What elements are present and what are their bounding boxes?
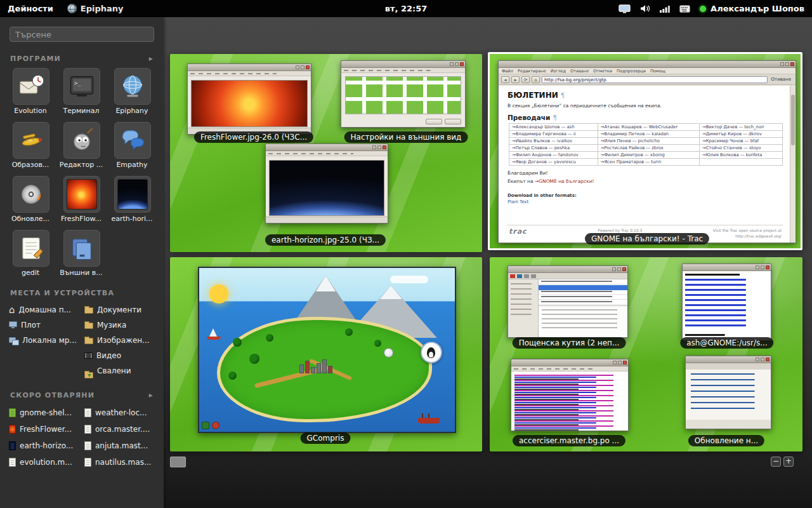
translator-cell: →Виктор Дачев — tech_noir <box>700 124 783 131</box>
app-item-gedit[interactable]: gedit <box>6 230 56 277</box>
browser-toolbar: ◂ ▸ ⟳ ⌂ http://fsa-bg.org/project/gtp От… <box>499 74 796 85</box>
gcompris-window[interactable] <box>198 267 456 433</box>
earth-image-canvas <box>269 160 384 216</box>
window-label: earth-horizon.jpg-25.0 (ЧЗ... <box>265 234 386 246</box>
translator-cell: →Явор Доганов — yavorescu <box>509 159 598 166</box>
app-item-terminal[interactable]: >_ Терминал <box>56 68 107 115</box>
place-item-documents[interactable]: Документи <box>82 302 157 318</box>
user-name: Александър Шопов <box>710 4 804 13</box>
back-icon <box>202 422 209 429</box>
app-item-freshflower[interactable]: FreshFlow... <box>56 176 107 223</box>
app-item-epiphany[interactable]: Epiphany <box>107 68 158 115</box>
programs-section-header: ПРОГРАМИ ▸ <box>10 54 154 63</box>
app-label: Терминал <box>56 107 106 115</box>
app-item-gcompris[interactable]: Образов... <box>6 122 56 169</box>
translator-cell: →Юлия Волкова — konfeta <box>700 152 783 159</box>
workspace-2-active[interactable]: Файл Редактиране Изглед Отиване Отметки … <box>488 52 802 250</box>
place-item-pictures[interactable]: Изображен... <box>82 333 157 348</box>
translator-cell: →Ивайло Вълков — ivalkov <box>509 138 598 145</box>
update-manager-window[interactable] <box>685 356 771 429</box>
footer-visit: Visit the Trac open source project at <box>713 228 782 232</box>
menu-tabs: Подпрозорци <box>617 69 646 74</box>
programs-expand-icon[interactable]: ▸ <box>149 54 154 63</box>
app-label: Epiphany <box>107 107 157 115</box>
tab-strip <box>341 68 465 73</box>
app-item-software-update[interactable]: Обновле... <box>6 176 56 223</box>
city-buildings <box>299 359 332 373</box>
place-item-desktop[interactable]: Плот <box>6 318 82 333</box>
epiphany-globe-icon <box>114 68 151 105</box>
recent-label: gnome-shel... <box>20 408 72 417</box>
cargo-ship <box>418 418 440 424</box>
app-item-evolution[interactable]: Evolution <box>6 68 56 115</box>
place-item-video[interactable]: Видео <box>82 348 157 363</box>
volume-icon[interactable] <box>640 4 650 13</box>
recent-item[interactable]: anjuta.mast... <box>82 438 157 454</box>
place-item-music[interactable]: Музика <box>82 318 157 333</box>
gedit-po-window[interactable] <box>511 359 629 431</box>
translator-cell: →Димитър Киров — dkirov <box>700 131 783 138</box>
menu-bookmarks: Отметки <box>593 69 612 74</box>
appearance-settings-window[interactable] <box>341 60 466 128</box>
dialog-buttons <box>426 119 461 124</box>
search-input[interactable] <box>10 27 154 42</box>
top-bar: Дейности Epiphany вт, 22:57 Александър Ш… <box>0 0 812 17</box>
close-icon <box>790 62 794 66</box>
app-menu[interactable]: Epiphany <box>61 0 130 17</box>
activities-button[interactable]: Дейности <box>0 0 61 17</box>
add-workspace-button[interactable]: + <box>783 457 794 467</box>
gnome-shell-overview: Дейности Epiphany вт, 22:57 Александър Ш… <box>0 0 812 508</box>
close-icon <box>622 267 626 271</box>
workspace-switcher-thumb[interactable] <box>170 457 186 467</box>
remove-workspace-button[interactable]: − <box>771 457 781 467</box>
recent-item[interactable]: evolution.m... <box>6 454 82 471</box>
workspace-4[interactable]: Пощенска кутия (2 неп... ash@GNOME:/usr/… <box>490 257 802 451</box>
terminal-icon: >_ <box>63 68 100 105</box>
window-titlebar <box>499 61 796 68</box>
recent-item[interactable]: gnome-shel... <box>6 404 82 421</box>
recent-item[interactable]: weather-loc... <box>82 404 157 421</box>
app-label: Външни в... <box>56 269 106 277</box>
terminal-window[interactable] <box>682 264 771 341</box>
earth-horizon-window[interactable] <box>265 144 388 224</box>
place-label: Плот <box>21 321 41 330</box>
text-file-icon <box>9 458 16 467</box>
keyboard-indicator-icon[interactable] <box>679 5 690 13</box>
recent-expand-icon[interactable]: ▸ <box>149 391 154 399</box>
status-area: Александър Шопов <box>619 4 812 13</box>
recent-item[interactable]: nautilus.mas... <box>82 454 157 471</box>
place-item-downloads[interactable]: Свалени <box>82 363 157 378</box>
user-menu[interactable]: Александър Шопов <box>700 4 804 13</box>
window-titlebar <box>683 264 771 271</box>
workspace-1[interactable]: FreshFlower.jpg-26.0 (ЧЗС... Настройки н… <box>170 54 482 252</box>
island <box>217 317 432 422</box>
menu-help: Помощ <box>650 69 665 74</box>
window-titlebar <box>188 64 311 71</box>
recent-label: weather-loc... <box>95 408 147 417</box>
place-item-home[interactable]: Домашна п... <box>6 302 82 318</box>
recent-item[interactable]: FreshFlower... <box>6 421 82 438</box>
app-item-earth-horizon[interactable]: earth-hori... <box>107 176 158 223</box>
app-item-external-drives[interactable]: Външни в... <box>56 230 107 277</box>
workspace-3[interactable]: GCompris <box>170 257 482 451</box>
epiphany-browser-window[interactable]: Файл Редактиране Изглед Отиване Отметки … <box>498 60 796 243</box>
recent-item[interactable]: orca.master.... <box>82 421 157 438</box>
app-label: Образов... <box>6 161 55 169</box>
app-item-gimp[interactable]: Редактор ... <box>56 122 107 169</box>
tree <box>233 338 242 347</box>
wallpaper-thumbnails <box>345 76 461 114</box>
place-item-network[interactable]: Локална мр... <box>6 333 82 348</box>
app-item-empathy[interactable]: Empathy <box>107 122 158 169</box>
place-label: Локална мр... <box>22 336 77 345</box>
recent-item[interactable]: earth-horizo... <box>6 438 82 454</box>
status-bar <box>266 217 388 223</box>
gimp-icon <box>63 122 100 159</box>
network-signal-icon[interactable] <box>660 5 670 13</box>
freshflower-window[interactable] <box>187 64 311 135</box>
display-icon[interactable] <box>619 4 631 13</box>
evolution-mail-window[interactable] <box>508 265 628 338</box>
forward-icon: ▸ <box>511 76 520 83</box>
pilcrow: ¶ <box>561 92 565 99</box>
app-label: Обновле... <box>6 215 55 223</box>
clock[interactable]: вт, 22:57 <box>385 4 428 13</box>
